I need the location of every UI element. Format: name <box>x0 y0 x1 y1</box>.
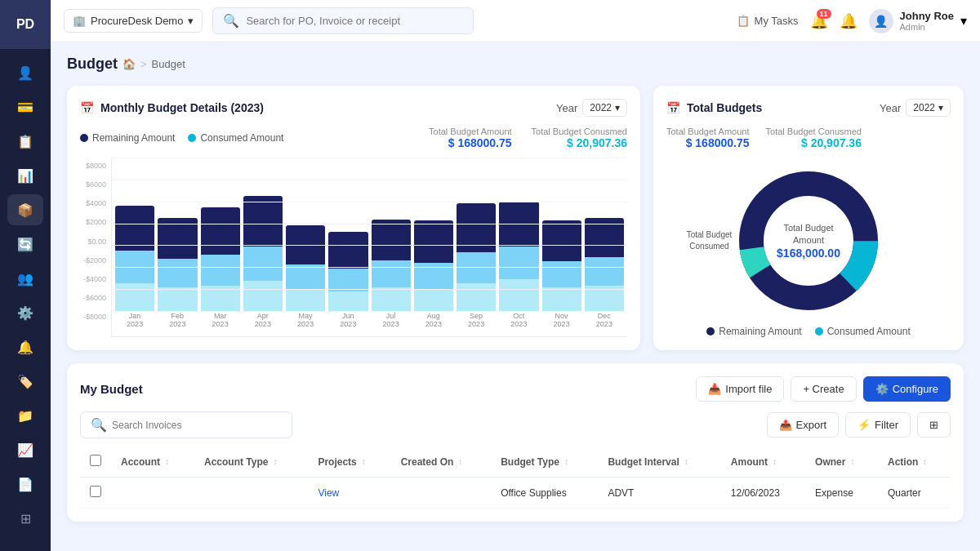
donut-consumed-dot <box>815 327 823 335</box>
cell-budget-interval: ADVT <box>598 478 720 509</box>
row-checkbox[interactable] <box>90 486 101 497</box>
cell-projects: View <box>308 478 390 509</box>
total-year-dropdown[interactable]: 2022 ▾ <box>906 99 951 117</box>
my-budget-actions: 📥 Import file + Create ⚙️ Configure <box>696 376 951 402</box>
monthly-legend: Remaining Amount Consumed Amount <box>80 132 283 144</box>
sidebar-item-workflow[interactable]: 🔄 <box>7 229 43 260</box>
year-chevron-icon: ▾ <box>615 102 620 113</box>
sidebar-item-settings[interactable]: ⚙️ <box>7 297 43 328</box>
sidebar-item-files[interactable]: 📁 <box>7 400 43 431</box>
search-invoices-input[interactable] <box>112 420 282 431</box>
sidebar-item-reports[interactable]: 📈 <box>7 434 43 465</box>
monthly-year-value: 2022 <box>590 102 612 113</box>
import-icon: 📥 <box>708 383 721 395</box>
col-account: Account ↕ <box>111 447 194 478</box>
breadcrumb-current: Budget <box>152 58 185 70</box>
my-tasks-label: My Tasks <box>755 15 799 27</box>
calendar-icon: 📅 <box>80 101 94 114</box>
export-button[interactable]: 📤 Export <box>767 412 840 438</box>
charts-row: 📅 Monthly Budget Details (2023) Year 202… <box>67 86 964 350</box>
total-budgets-header: 📅 Total Budgets Year 2022 ▾ <box>666 99 951 117</box>
total-budget-value: $ 168000.75 <box>429 136 512 149</box>
consumed-budget-item: Total Budget Conusmed $ 20,907.36 <box>532 127 627 149</box>
bars-area <box>112 158 627 312</box>
user-role: Admin <box>900 22 954 32</box>
select-all-checkbox[interactable] <box>90 455 101 466</box>
company-selector[interactable]: 🏢 ProcureDesk Demo ▾ <box>64 9 203 33</box>
sidebar-item-team[interactable]: 👥 <box>7 263 43 294</box>
total-budgets-title: 📅 Total Budgets <box>666 101 762 114</box>
filter-button[interactable]: ⚡ Filter <box>845 412 911 438</box>
create-button[interactable]: + Create <box>791 376 856 402</box>
owner-sort-icon: ↕ <box>850 457 854 466</box>
sidebar-item-invoices[interactable]: 📄 <box>7 469 43 500</box>
sidebar-item-budget[interactable]: 📦 <box>7 194 43 225</box>
cell-budget-type: Office Supplies <box>491 478 598 509</box>
configure-button[interactable]: ⚙️ Configure <box>863 376 951 402</box>
alert-button[interactable]: 🔔 <box>840 12 858 30</box>
monthly-budget-header: 📅 Monthly Budget Details (2023) Year 202… <box>80 99 627 117</box>
user-name: Johny Roe <box>900 10 954 22</box>
sidebar-item-users[interactable]: 👤 <box>7 57 43 88</box>
sidebar: PD 👤 💳 📋 📊 📦 🔄 👥 ⚙️ 🔔 🏷️ 📁 📈 📄 ⊞ <box>0 0 51 551</box>
breadcrumb-separator: > <box>140 58 147 70</box>
budget-interval-sort-icon: ↕ <box>684 457 688 466</box>
search-bar: 🔍 <box>212 7 474 34</box>
remaining-dot <box>80 134 88 142</box>
main-content: 🏢 ProcureDesk Demo ▾ 🔍 📋 My Tasks 🔔 11 🔔… <box>51 0 980 551</box>
donut-total-budget: Total Budget Amount $ 168000.75 <box>666 127 750 149</box>
donut-center-value: $168,000.00 <box>777 247 840 260</box>
monthly-year-selector: Year 2022 ▾ <box>556 99 627 117</box>
col-amount: Amount ↕ <box>721 447 805 478</box>
notification-button[interactable]: 🔔 11 <box>810 12 828 30</box>
consumed-budget-label: Total Budget Conusmed <box>532 127 627 136</box>
avatar: 👤 <box>869 9 893 33</box>
bar-chart: $8000 $6000 $4000 $2000 $0.00 -$2000 -$4… <box>80 158 627 329</box>
app-logo: PD <box>0 0 51 49</box>
x-axis-labels: Jan2023 Feb2023 Mar2023 Apr2023 May2023 … <box>112 312 627 336</box>
col-budget-interval: Budget Interval ↕ <box>598 447 720 478</box>
col-account-type: Account Type ↕ <box>194 447 308 478</box>
cell-account <box>111 478 194 509</box>
projects-sort-icon: ↕ <box>362 457 366 466</box>
consumed-budget-value: $ 20,907.36 <box>532 136 627 149</box>
columns-button[interactable]: ⊞ <box>917 412 951 438</box>
sidebar-item-tags[interactable]: 🏷️ <box>7 366 43 397</box>
total-budgets-card: 📅 Total Budgets Year 2022 ▾ Total Budget… <box>653 86 964 350</box>
sidebar-item-finance[interactable]: 💳 <box>7 91 43 122</box>
filter-icon: ⚡ <box>858 419 871 431</box>
sidebar-nav: 👤 💳 📋 📊 📦 🔄 👥 ⚙️ 🔔 🏷️ 📁 📈 📄 ⊞ <box>7 49 43 551</box>
notification-badge: 11 <box>817 9 831 19</box>
sidebar-item-analytics[interactable]: 📊 <box>7 160 43 191</box>
table-controls: 🔍 📤 Export ⚡ Filter ⊞ <box>80 411 951 438</box>
my-budget-header: My Budget 📥 Import file + Create ⚙️ Conf… <box>80 376 951 402</box>
action-sort-icon: ↕ <box>923 457 927 466</box>
donut-legend: Remaining Amount Consumed Amount <box>666 326 951 337</box>
total-year-selector: Year 2022 ▾ <box>880 99 951 117</box>
calendar-icon-2: 📅 <box>666 101 680 114</box>
search-invoices-icon: 🔍 <box>91 417 107 433</box>
sidebar-item-documents[interactable]: 📋 <box>7 126 43 157</box>
amount-sort-icon: ↕ <box>773 457 777 466</box>
monthly-year-dropdown[interactable]: 2022 ▾ <box>582 99 627 117</box>
col-created-on: Created On ↕ <box>391 447 492 478</box>
donut-total-budget-value: $ 168000.75 <box>666 136 750 149</box>
sidebar-item-notifications[interactable]: 🔔 <box>7 331 43 362</box>
account-sort-icon: ↕ <box>165 457 169 466</box>
breadcrumb: Budget 🏠 > Budget <box>67 56 964 73</box>
col-projects: Projects ↕ <box>308 447 390 478</box>
user-info[interactable]: 👤 Johny Roe Admin ▾ <box>869 9 967 33</box>
view-link[interactable]: View <box>318 487 339 499</box>
import-file-button[interactable]: 📥 Import file <box>696 376 784 402</box>
search-input[interactable] <box>246 15 463 27</box>
total-budget-item: Total Budget Amount $ 168000.75 <box>429 127 512 149</box>
tasks-icon: 📋 <box>737 15 750 27</box>
donut-legend-remaining: Remaining Amount <box>706 326 801 337</box>
my-tasks-button[interactable]: 📋 My Tasks <box>737 15 799 27</box>
sidebar-item-grid[interactable]: ⊞ <box>7 503 43 534</box>
home-icon[interactable]: 🏠 <box>122 58 136 70</box>
company-icon: 🏢 <box>73 15 86 27</box>
donut-center-label: Total BudgetAmount <box>777 222 840 247</box>
monthly-totals: Total Budget Amount $ 168000.75 Total Bu… <box>429 127 627 149</box>
chevron-down-icon: ▾ <box>188 15 194 27</box>
